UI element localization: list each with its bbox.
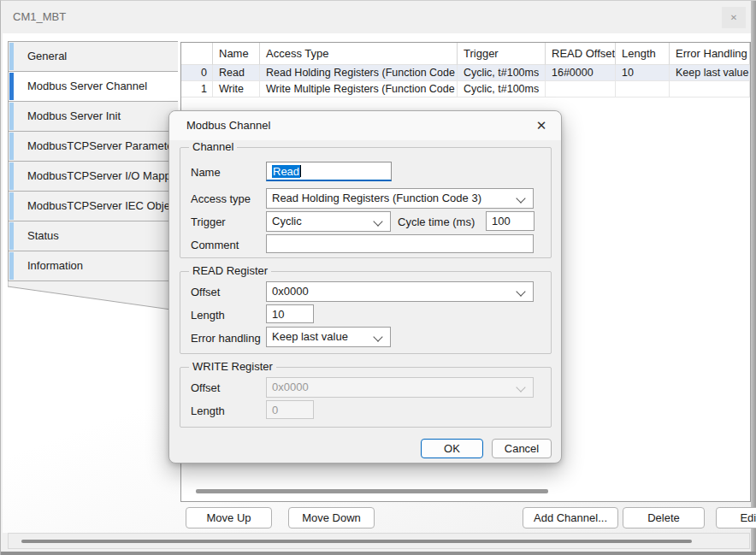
- cell-error-handling: [670, 81, 750, 97]
- tab-strip-icon: [9, 103, 14, 130]
- column-header-index[interactable]: [181, 43, 213, 65]
- trigger-select[interactable]: Cyclic: [266, 211, 391, 232]
- window-right-edge: [751, 1, 756, 555]
- tab-strip-icon: [9, 43, 14, 70]
- error-handling-value: Keep last value: [272, 330, 348, 343]
- sidebar-item-modbus-server-init[interactable]: Modbus Server Init: [9, 102, 178, 132]
- sidebar-tail: [8, 281, 178, 312]
- cell-trigger: Cyclic, t#100ms: [458, 81, 546, 97]
- error-handling-select[interactable]: Keep last value: [266, 327, 391, 347]
- close-icon: ✕: [730, 13, 737, 22]
- tab-strip-icon: [9, 162, 14, 190]
- chevron-down-icon: [516, 286, 525, 296]
- cell-trigger: Cyclic, t#100ms: [458, 65, 546, 81]
- sidebar-item-information[interactable]: Information: [9, 251, 178, 281]
- chevron-down-icon: [516, 382, 525, 392]
- edit-button[interactable]: Edit...: [716, 507, 756, 528]
- access-type-select[interactable]: Read Holding Registers (Function Code 3): [266, 188, 534, 209]
- dialog-close-button[interactable]: ✕: [530, 115, 552, 136]
- column-header-trigger[interactable]: Trigger: [458, 43, 546, 65]
- cycle-time-input[interactable]: 100: [486, 211, 535, 231]
- name-input[interactable]: Read: [266, 162, 392, 181]
- sidebar-tab-list: General Modbus Server Channel Modbus Ser…: [8, 41, 178, 281]
- trigger-value: Cyclic: [272, 215, 302, 227]
- dialog-title: Modbus Channel: [186, 111, 270, 139]
- access-type-label: Access type: [191, 192, 251, 205]
- move-down-button[interactable]: Move Down: [288, 507, 375, 528]
- column-header-access-type[interactable]: Access Type: [260, 43, 458, 65]
- close-window-button[interactable]: ✕: [722, 7, 746, 28]
- tab-strip-icon: [9, 192, 14, 220]
- close-icon: ✕: [536, 118, 547, 133]
- comment-input[interactable]: [266, 234, 534, 253]
- sidebar-item-label: ModbusTCPServer Parameters: [27, 132, 182, 161]
- tab-strip-icon: [9, 133, 14, 160]
- read-offset-value: 0x0000: [272, 285, 309, 298]
- delete-button[interactable]: Delete: [623, 507, 705, 528]
- write-length-input: 0: [266, 400, 314, 419]
- table-horizontal-scrollbar[interactable]: [196, 489, 548, 493]
- write-offset-label: Offset: [191, 381, 220, 394]
- read-register-legend: READ Register: [189, 264, 271, 277]
- sidebar-item-label: Modbus Server Init: [27, 102, 121, 131]
- table-row[interactable]: 1 Write Write Multiple Registers (Functi…: [181, 81, 750, 97]
- column-header-name[interactable]: Name: [213, 43, 260, 65]
- write-register-group: WRITE Register Offset 0x0000 Length 0: [180, 367, 552, 428]
- cell-error-handling: Keep last value: [670, 65, 750, 81]
- trigger-label: Trigger: [191, 216, 226, 228]
- device-editor-window: CM1_MBT ✕ General Modbus Server Channel …: [0, 0, 756, 555]
- cell-access-type: Write Multiple Registers (Function Code …: [260, 81, 458, 97]
- channel-group-legend: Channel: [189, 140, 237, 153]
- chevron-down-icon: [373, 216, 382, 226]
- cell-read-offset: [546, 81, 616, 97]
- tab-strip-icon: [9, 73, 14, 100]
- sidebar-item-label: ModbusTCPServer IEC Objects: [27, 192, 185, 221]
- move-up-button[interactable]: Move Up: [186, 507, 272, 528]
- window-title: CM1_MBT: [13, 10, 66, 23]
- selected-text: Read: [272, 165, 300, 178]
- cell-name: Write: [213, 81, 260, 97]
- tab-strip-icon: [9, 222, 14, 250]
- sidebar-item-general[interactable]: General: [9, 42, 178, 72]
- window-horizontal-scrollbar-track[interactable]: [8, 533, 750, 549]
- write-offset-value: 0x0000: [272, 381, 309, 393]
- write-length-label: Length: [191, 404, 225, 417]
- column-header-length[interactable]: Length: [616, 43, 670, 65]
- cell-length: 10: [616, 65, 670, 81]
- add-channel-button[interactable]: Add Channel...: [523, 507, 618, 528]
- sidebar-item-label: ModbusTCPServer I/O Mapping: [27, 162, 186, 191]
- cancel-button[interactable]: Cancel: [492, 439, 552, 458]
- read-length-input[interactable]: 10: [266, 304, 314, 323]
- chevron-down-icon: [373, 332, 382, 341]
- error-handling-label: Error handling: [191, 332, 261, 345]
- sidebar-item-status[interactable]: Status: [9, 221, 178, 251]
- sidebar-item-modbustcpserver-iec-objects[interactable]: ModbusTCPServer IEC Objects: [9, 192, 178, 221]
- access-type-value: Read Holding Registers (Function Code 3): [272, 192, 481, 204]
- table-row[interactable]: 0 Read Read Holding Registers (Function …: [181, 65, 750, 81]
- cell-length: [616, 81, 670, 97]
- sidebar-item-label: Status: [27, 221, 59, 251]
- cycle-time-label: Cycle time (ms): [398, 216, 475, 228]
- column-header-error-handling[interactable]: Error Handling: [670, 43, 750, 65]
- table-header-row: Name Access Type Trigger READ Offset Len…: [181, 43, 750, 65]
- modbus-channel-dialog: Modbus Channel ✕ Channel Name Read Acces…: [168, 110, 562, 463]
- write-register-legend: WRITE Register: [189, 360, 276, 373]
- cell-name: Read: [213, 65, 260, 81]
- column-header-read-offset[interactable]: READ Offset: [546, 43, 616, 65]
- sidebar-item-modbustcpserver-io-mapping[interactable]: ModbusTCPServer I/O Mapping: [9, 162, 178, 192]
- read-offset-select[interactable]: 0x0000: [266, 281, 534, 302]
- comment-label: Comment: [191, 239, 239, 251]
- row-index: 1: [181, 81, 213, 97]
- sidebar-item-modbustcpserver-parameters[interactable]: ModbusTCPServer Parameters: [9, 132, 178, 162]
- text-caret: [300, 165, 301, 177]
- sidebar-item-label: Information: [27, 251, 83, 280]
- sidebar-item-label: General: [27, 42, 67, 71]
- name-label: Name: [191, 166, 221, 179]
- window-horizontal-scrollbar-thumb[interactable]: [21, 540, 692, 543]
- cell-access-type: Read Holding Registers (Function Code 03…: [260, 65, 458, 81]
- ok-button[interactable]: OK: [421, 439, 483, 458]
- read-offset-label: Offset: [191, 286, 220, 298]
- write-offset-select: 0x0000: [266, 377, 534, 398]
- sidebar-item-modbus-server-channel[interactable]: Modbus Server Channel: [9, 72, 178, 102]
- sidebar-item-label: Modbus Server Channel: [27, 72, 147, 101]
